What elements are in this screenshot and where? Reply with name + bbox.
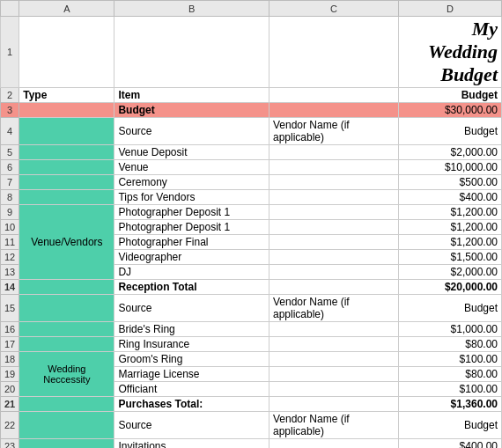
row-num-5: 5 <box>1 145 19 160</box>
vendor-13 <box>269 265 398 280</box>
budget-12: $1,500.00 <box>398 250 501 265</box>
vendor-name-label-15: Vendor Name (if applicable) <box>269 295 398 322</box>
item-header: Item <box>114 88 269 103</box>
vendor-23 <box>269 439 398 449</box>
budget-23: $400.00 <box>398 439 501 449</box>
col-d-header: D <box>398 1 501 17</box>
budget-8: $400.00 <box>398 190 501 205</box>
title-col-c <box>269 17 398 88</box>
type-header: Type <box>19 88 114 103</box>
data-row-6: 6 Venue $10,000.00 <box>1 160 502 175</box>
type-5 <box>19 145 114 160</box>
row-num-8: 8 <box>1 190 19 205</box>
budget-14: $20,000.00 <box>398 280 501 295</box>
vendor-16 <box>269 322 398 337</box>
type-6 <box>19 160 114 175</box>
item-13: DJ <box>114 265 269 280</box>
budget-16: $1,000.00 <box>398 322 501 337</box>
vendor-9 <box>269 205 398 220</box>
vendor-18 <box>269 352 398 367</box>
item-10: Photographer Deposit 1 <box>114 220 269 235</box>
budget-13: $2,000.00 <box>398 265 501 280</box>
source-row-22: 22 Source Vendor Name (if applicable) Bu… <box>1 412 502 439</box>
total-row-14: 14 Reception Total $20,000.00 <box>1 280 502 295</box>
type-21 <box>19 397 114 412</box>
item-17: Ring Insurance <box>114 337 269 352</box>
budget-type <box>19 103 114 118</box>
data-row-16: 16 Bride's Ring $1,000.00 <box>1 322 502 337</box>
empty-header <box>269 88 398 103</box>
row-num-3: 3 <box>1 103 19 118</box>
row-num-2: 2 <box>1 88 19 103</box>
budget-9: $1,200.00 <box>398 205 501 220</box>
source-label-4: Source <box>114 118 269 145</box>
type-7 <box>19 175 114 190</box>
item-11: Photographer Final <box>114 235 269 250</box>
budget-label-4: Budget <box>398 118 501 145</box>
item-6: Venue <box>114 160 269 175</box>
source-label-22: Source <box>114 412 269 439</box>
vendor-21 <box>269 397 398 412</box>
row-num-14: 14 <box>1 280 19 295</box>
item-18: Groom's Ring <box>114 352 269 367</box>
vendor-12 <box>269 250 398 265</box>
column-label-row: 2 Type Item Budget <box>1 88 502 103</box>
corner-cell <box>1 1 19 17</box>
item-5: Venue Deposit <box>114 145 269 160</box>
row-num-12: 12 <box>1 250 19 265</box>
vendor-7 <box>269 175 398 190</box>
vendor-5 <box>269 145 398 160</box>
vendor-14 <box>269 280 398 295</box>
row-num-23: 23 <box>1 439 19 449</box>
row-num-13: 13 <box>1 265 19 280</box>
type-18: WeddingNeccessity <box>19 352 114 397</box>
row-num-18: 18 <box>1 352 19 367</box>
vendor-19 <box>269 367 398 382</box>
vendor-6 <box>269 160 398 175</box>
row-num-1: 1 <box>1 17 19 88</box>
budget-20: $100.00 <box>398 382 501 397</box>
type-17 <box>19 337 114 352</box>
vendor-10 <box>269 220 398 235</box>
budget-6: $10,000.00 <box>398 160 501 175</box>
row-num-6: 6 <box>1 160 19 175</box>
row-num-17: 17 <box>1 337 19 352</box>
spreadsheet-title: My Wedding Budget <box>398 17 501 88</box>
item-20: Officiant <box>114 382 269 397</box>
data-row-18: 18 WeddingNeccessity Groom's Ring $100.0… <box>1 352 502 367</box>
item-23: Invitations <box>114 439 269 449</box>
budget-21: $1,360.00 <box>398 397 501 412</box>
budget-11: $1,200.00 <box>398 235 501 250</box>
data-row-5: 5 Venue Deposit $2,000.00 <box>1 145 502 160</box>
budget-total: $30,000.00 <box>398 103 501 118</box>
title-col-a <box>19 17 114 88</box>
total-row-21: 21 Purchases Total: $1,360.00 <box>1 397 502 412</box>
item-16: Bride's Ring <box>114 322 269 337</box>
title-row: 1 My Wedding Budget <box>1 17 502 88</box>
column-headers: A B C D <box>1 1 502 17</box>
data-row-8: 8 Tips for Vendors $400.00 <box>1 190 502 205</box>
source-row-15: 15 Source Vendor Name (if applicable) Bu… <box>1 295 502 322</box>
data-row-23: 23 Invitations $400.00 <box>1 439 502 449</box>
source-label-15: Source <box>114 295 269 322</box>
row-num-4: 4 <box>1 118 19 145</box>
data-row-9: 9 Venue/Vendors Photographer Deposit 1 $… <box>1 205 502 220</box>
budget-vendor <box>269 103 398 118</box>
row-num-19: 19 <box>1 367 19 382</box>
source-row-4: 4 Source Vendor Name (if applicable) Bud… <box>1 118 502 145</box>
row-num-20: 20 <box>1 382 19 397</box>
budget-label-15: Budget <box>398 295 501 322</box>
vendor-17 <box>269 337 398 352</box>
type-22 <box>19 412 114 439</box>
vendor-11 <box>269 235 398 250</box>
item-21: Purchases Total: <box>114 397 269 412</box>
title-col-b <box>114 17 269 88</box>
data-row-17: 17 Ring Insurance $80.00 <box>1 337 502 352</box>
item-19: Marriage License <box>114 367 269 382</box>
col-c-header: C <box>269 1 398 17</box>
row-num-7: 7 <box>1 175 19 190</box>
budget-label: Budget <box>114 103 269 118</box>
vendor-name-label-22: Vendor Name (if applicable) <box>269 412 398 439</box>
budget-7: $500.00 <box>398 175 501 190</box>
row-num-11: 11 <box>1 235 19 250</box>
